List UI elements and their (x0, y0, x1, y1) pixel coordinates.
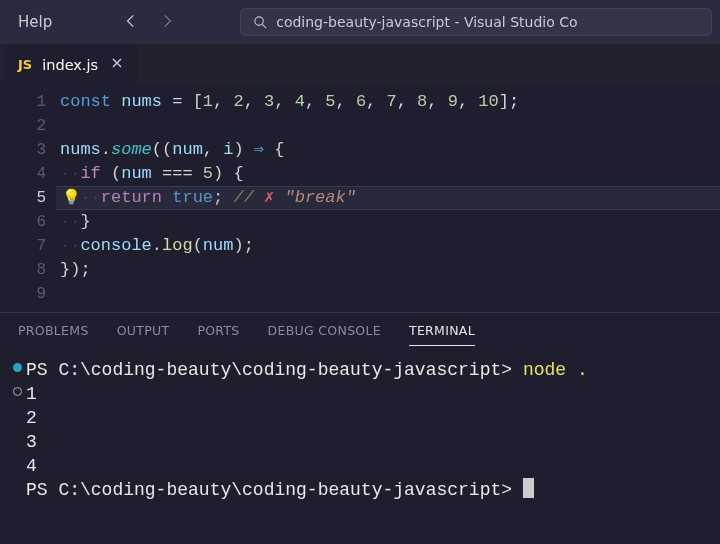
code-content[interactable]: 💡 const nums = [1, 2, 3, 4, 5, 6, 7, 8, … (60, 90, 720, 306)
command-center-search[interactable]: coding-beauty-javascript - Visual Studio… (240, 8, 712, 36)
terminal-output-line: 1 (26, 382, 720, 406)
panel-tabs: PROBLEMS OUTPUT PORTS DEBUG CONSOLE TERM… (0, 313, 720, 350)
nav-back-icon[interactable] (122, 12, 140, 33)
search-icon (253, 15, 268, 30)
svg-point-0 (255, 16, 263, 24)
code-line (60, 282, 720, 306)
panel-tab-problems[interactable]: PROBLEMS (18, 323, 89, 346)
code-line: nums.some((num, i) ⇒ { (60, 138, 720, 162)
line-number-gutter: 1 2 3 4 5 6 7 8 9 (0, 90, 60, 306)
code-editor[interactable]: 1 2 3 4 5 6 7 8 9 💡 const nums = [1, 2, … (0, 84, 720, 312)
terminal-active-dot-icon (13, 363, 22, 372)
code-line: const nums = [1, 2, 3, 4, 5, 6, 7, 8, 9,… (60, 90, 720, 114)
lightbulb-icon[interactable]: 💡 (62, 187, 81, 211)
terminal-line: PS C:\coding-beauty\coding-beauty-javasc… (26, 358, 720, 382)
svg-line-1 (263, 24, 267, 28)
terminal-output-line: 4 (26, 454, 720, 478)
editor-tabs: JS index.js (0, 44, 720, 84)
code-line: }); (60, 258, 720, 282)
code-line (60, 114, 720, 138)
menu-help[interactable]: Help (8, 13, 62, 31)
tab-close-icon[interactable] (110, 56, 124, 73)
search-label: coding-beauty-javascript - Visual Studio… (276, 14, 577, 30)
tab-filename: index.js (42, 57, 98, 73)
code-line: ··console.log(num); (60, 234, 720, 258)
nav-forward-icon[interactable] (158, 12, 176, 33)
titlebar: Help coding-beauty-javascript - Visual S… (0, 0, 720, 44)
panel-tab-debug-console[interactable]: DEBUG CONSOLE (268, 323, 381, 346)
panel-tab-output[interactable]: OUTPUT (117, 323, 170, 346)
panel-tab-ports[interactable]: PORTS (197, 323, 239, 346)
terminal-output-line: 3 (26, 430, 720, 454)
nav-arrows (114, 12, 184, 33)
terminal-prompt-line: PS C:\coding-beauty\coding-beauty-javasc… (26, 478, 720, 502)
panel-tab-terminal[interactable]: TERMINAL (409, 323, 475, 346)
tab-index-js[interactable]: JS index.js (4, 44, 138, 84)
terminal-output-line: 2 (26, 406, 720, 430)
terminal-cursor (523, 478, 534, 498)
code-line: ··if (num === 5) { (60, 162, 720, 186)
code-line: ··} (60, 210, 720, 234)
bottom-panel: PROBLEMS OUTPUT PORTS DEBUG CONSOLE TERM… (0, 312, 720, 544)
js-file-icon: JS (18, 57, 32, 72)
terminal-history-dot-icon (13, 387, 22, 396)
current-line-highlight (56, 186, 720, 210)
terminal[interactable]: PS C:\coding-beauty\coding-beauty-javasc… (0, 350, 720, 544)
